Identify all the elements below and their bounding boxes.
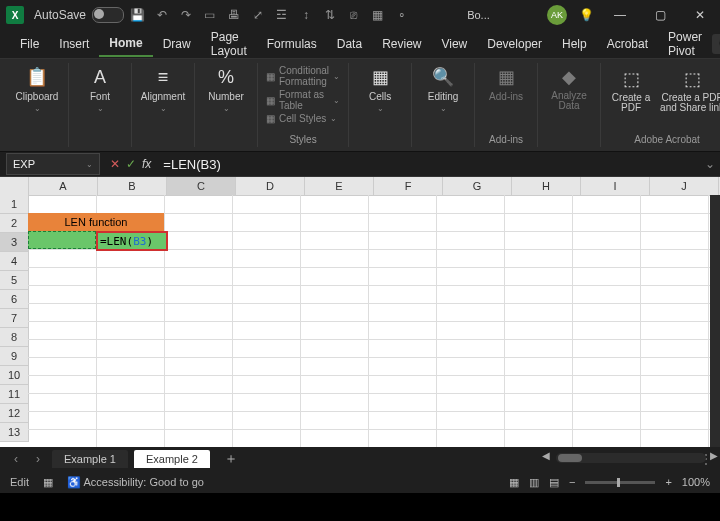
tab-view[interactable]: View [431,32,477,56]
redo-icon[interactable]: ↷ [178,8,194,22]
row-header[interactable]: 5 [0,271,29,290]
tab-review[interactable]: Review [372,32,431,56]
col-header-D[interactable]: D [236,177,305,196]
qat-icon[interactable]: ∘ [394,8,410,22]
page-layout-view-button[interactable]: ▥ [529,476,539,489]
editing-button[interactable]: 🔍 Editing ⌄ [420,65,466,113]
expand-formula-bar-button[interactable]: ⌄ [700,157,720,171]
cells-button[interactable]: ▦ Cells ⌄ [357,65,403,113]
cell-grid[interactable]: LEN function =LEN(B3) [28,195,720,447]
row-header[interactable]: 3 [0,233,29,252]
tab-draw[interactable]: Draw [153,32,201,56]
tab-insert[interactable]: Insert [49,32,99,56]
accessibility-button[interactable]: ♿ Accessibility: Good to go [67,476,204,489]
conditional-formatting-button[interactable]: ▦Conditional Formatting ⌄ [266,65,340,87]
create-pdf-button[interactable]: ⬚ Create a PDF [609,67,653,113]
zoom-out-button[interactable]: − [569,476,575,488]
row-header[interactable]: 13 [0,423,29,442]
row-header[interactable]: 7 [0,309,29,328]
add-sheet-button[interactable]: ＋ [216,450,246,468]
tab-file[interactable]: File [10,32,49,56]
name-box[interactable]: EXP ⌄ [6,153,100,175]
zoom-slider[interactable] [585,481,655,484]
maximize-button[interactable]: ▢ [646,5,674,25]
save-icon[interactable]: 💾 [130,8,146,22]
page-break-view-button[interactable]: ▤ [549,476,559,489]
row-header[interactable]: 8 [0,328,29,347]
spreadsheet[interactable]: A B C D E F G H I J 1 2 3 4 5 6 7 8 9 10… [0,177,720,447]
col-header-F[interactable]: F [374,177,443,196]
qat-icon[interactable]: ▭ [202,8,218,22]
cell-b3[interactable] [28,231,96,249]
fx-icon[interactable]: fx [142,157,151,171]
select-all-button[interactable] [0,177,29,196]
enter-button[interactable]: ✓ [126,157,136,171]
row-header[interactable]: 10 [0,366,29,385]
qat-icon[interactable]: ⇅ [322,8,338,22]
font-button[interactable]: A Font ⌄ [77,65,123,113]
sheet-tab-example-1[interactable]: Example 1 [52,450,128,468]
zoom-level[interactable]: 100% [682,476,710,488]
row-header[interactable]: 11 [0,385,29,404]
col-header-A[interactable]: A [29,177,98,196]
number-button[interactable]: % Number ⌄ [203,65,249,113]
scroll-left-button[interactable]: ◀ [542,450,550,461]
col-header-C[interactable]: C [167,177,236,196]
tab-developer[interactable]: Developer [477,32,552,56]
chevron-down-icon[interactable]: ⌄ [86,160,93,169]
scroll-right-button[interactable]: ▶ [710,450,718,461]
col-header-B[interactable]: B [98,177,167,196]
prev-sheet-button[interactable]: ‹ [8,452,24,466]
col-header-G[interactable]: G [443,177,512,196]
tab-help[interactable]: Help [552,32,597,56]
normal-view-button[interactable]: ▦ [509,476,519,489]
close-button[interactable]: ✕ [686,5,714,25]
row-header[interactable]: 12 [0,404,29,423]
autosave-toggle[interactable]: AutoSave Off [34,7,116,23]
share-pdf-button[interactable]: ⬚ Create a PDF and Share link [659,67,720,113]
minimize-button[interactable]: ― [606,5,634,25]
cell-c3-editing[interactable]: =LEN(B3) [96,231,168,251]
next-sheet-button[interactable]: › [30,452,46,466]
addins-button[interactable]: ▦ Add-ins [483,65,529,102]
formula-input[interactable]: =LEN(B3) [155,157,700,172]
qat-icon[interactable]: 🖶 [226,8,242,22]
vertical-scrollbar[interactable] [710,195,720,447]
tab-power-pivot[interactable]: Power Pivot [658,25,712,63]
cell-b2-c2-merged[interactable]: LEN function [28,213,164,231]
tab-home[interactable]: Home [99,31,152,57]
alignment-button[interactable]: ≡ Alignment ⌄ [140,65,186,113]
comments-icon[interactable]: 💬 [712,34,720,54]
col-header-H[interactable]: H [512,177,581,196]
workbook-stats-icon[interactable]: ▦ [43,476,53,489]
toggle-switch-icon[interactable] [92,7,124,23]
row-header[interactable]: 1 [0,195,29,214]
row-header[interactable]: 2 [0,214,29,233]
qat-icon[interactable]: ☲ [274,8,290,22]
cancel-button[interactable]: ✕ [110,157,120,171]
horizontal-scrollbar[interactable] [556,453,706,463]
col-header-I[interactable]: I [581,177,650,196]
tab-acrobat[interactable]: Acrobat [597,32,658,56]
clipboard-button[interactable]: 📋 Clipboard ⌄ [14,65,60,113]
analyze-data-button[interactable]: ◆ Analyze Data [546,65,592,111]
row-header[interactable]: 4 [0,252,29,271]
qat-icon[interactable]: ⎚ [346,8,362,22]
cell-styles-button[interactable]: ▦Cell Styles ⌄ [266,113,340,124]
format-as-table-button[interactable]: ▦Format as Table ⌄ [266,89,340,111]
avatar[interactable]: AK [547,5,567,25]
qat-icon[interactable]: ↕ [298,8,314,22]
row-header[interactable]: 9 [0,347,29,366]
sheet-tab-example-2[interactable]: Example 2 [134,450,210,468]
qat-icon[interactable]: ⤢ [250,8,266,22]
qat-icon[interactable]: ▦ [370,8,386,22]
col-header-E[interactable]: E [305,177,374,196]
lightbulb-icon[interactable]: 💡 [579,8,594,22]
zoom-in-button[interactable]: + [665,476,671,488]
tab-page-layout[interactable]: Page Layout [201,25,257,63]
col-header-J[interactable]: J [650,177,719,196]
row-header[interactable]: 6 [0,290,29,309]
tab-formulas[interactable]: Formulas [257,32,327,56]
undo-icon[interactable]: ↶ [154,8,170,22]
tab-data[interactable]: Data [327,32,372,56]
